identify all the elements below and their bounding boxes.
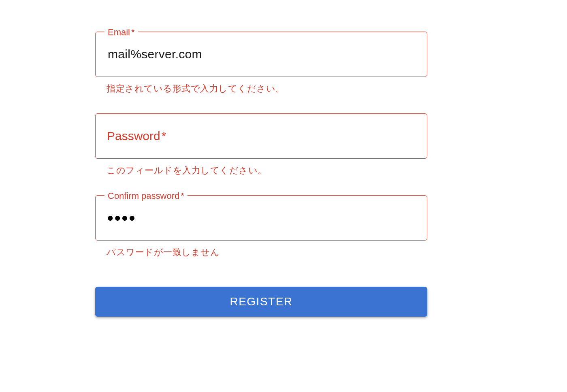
confirm-password-input[interactable]: ●●●●: [107, 211, 136, 224]
password-helper-text: このフィールドを入力してください。: [107, 164, 427, 177]
confirm-password-field-group: Confirm password* ●●●● パスワードが一致しません: [95, 195, 427, 258]
password-label: Password*: [107, 129, 166, 143]
required-asterisk: *: [162, 129, 166, 143]
password-field-group: Password* このフィールドを入力してください。: [95, 113, 427, 177]
password-field-box[interactable]: Password*: [95, 113, 427, 159]
register-button[interactable]: REGISTER: [95, 287, 427, 317]
confirm-password-label: Confirm password*: [104, 191, 188, 201]
confirm-password-label-text: Confirm password: [108, 191, 179, 201]
confirm-password-helper-text: パスワードが一致しません: [107, 246, 427, 258]
email-label: Email*: [104, 27, 138, 38]
email-field-box[interactable]: Email*: [95, 32, 427, 77]
email-field-group: Email* 指定されている形式で入力してください。: [95, 32, 427, 95]
email-input[interactable]: [107, 47, 416, 62]
email-helper-text: 指定されている形式で入力してください。: [107, 83, 427, 95]
email-label-text: Email: [108, 27, 130, 37]
password-label-text: Password: [107, 129, 160, 143]
required-asterisk: *: [181, 191, 184, 201]
required-asterisk: *: [131, 27, 135, 37]
registration-form: Email* 指定されている形式で入力してください。 Password* このフ…: [95, 0, 427, 317]
confirm-password-field-box[interactable]: Confirm password* ●●●●: [95, 195, 427, 241]
